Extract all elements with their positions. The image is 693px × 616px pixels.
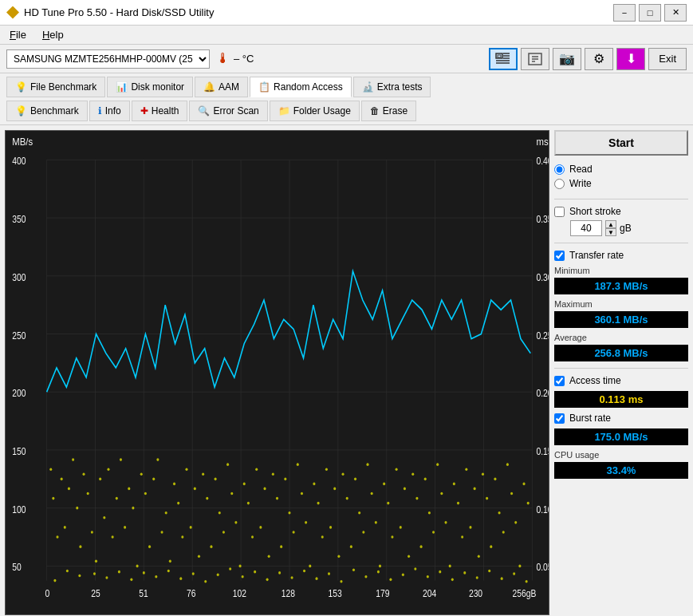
svg-point-139: [371, 492, 373, 496]
svg-point-174: [514, 521, 517, 524]
maximize-button[interactable]: □: [639, 4, 661, 22]
svg-point-156: [440, 492, 443, 496]
stroke-down-btn[interactable]: ▼: [605, 228, 616, 236]
tab-folder-usage[interactable]: 📁 Folder Usage: [270, 101, 360, 121]
app-icon: [6, 6, 19, 19]
svg-point-158: [449, 565, 451, 568]
svg-point-94: [185, 468, 187, 471]
svg-point-123: [305, 521, 307, 524]
menu-help[interactable]: Help: [39, 27, 67, 42]
svg-point-153: [428, 511, 431, 515]
svg-point-216: [526, 580, 528, 583]
write-radio[interactable]: [554, 179, 565, 189]
tab-error-scan[interactable]: 🔍 Error Scan: [189, 101, 267, 121]
svg-text:25: 25: [91, 588, 100, 598]
minimize-button[interactable]: −: [613, 4, 636, 22]
menu-file[interactable]: File: [6, 27, 30, 42]
svg-point-86: [152, 478, 155, 481]
svg-point-184: [130, 578, 132, 582]
svg-text:0.10: 0.10: [537, 504, 549, 515]
svg-point-211: [463, 571, 466, 575]
tab-health[interactable]: ✚ Health: [132, 101, 188, 121]
read-radio-item[interactable]: Read: [554, 164, 688, 175]
device-select[interactable]: SAMSUNG MZMTE256HMHP-000MV (25: [6, 49, 210, 69]
burst-rate-stat: 175.0 MB/s: [554, 428, 688, 445]
transfer-rate-item[interactable]: Transfer rate: [554, 250, 688, 261]
write-label: Write: [569, 178, 592, 189]
svg-point-126: [317, 502, 320, 505]
tab-benchmark[interactable]: 💡 Benchmark: [6, 101, 88, 121]
stroke-up-btn[interactable]: ▲: [605, 220, 616, 228]
svg-point-172: [506, 463, 509, 466]
svg-point-75: [107, 468, 109, 471]
transfer-rate-checkbox[interactable]: [554, 251, 565, 261]
svg-text:179: 179: [376, 588, 389, 598]
svg-point-77: [116, 497, 118, 500]
access-time-checkbox[interactable]: [554, 376, 565, 386]
svg-point-168: [490, 545, 492, 548]
svg-point-181: [93, 572, 96, 575]
svg-point-194: [254, 571, 256, 574]
svg-point-115: [272, 472, 274, 476]
svg-point-125: [313, 483, 315, 486]
svg-point-197: [291, 576, 293, 579]
tab-aam-label: AAM: [219, 81, 239, 93]
maximum-value: 360.1 MB/s: [554, 311, 688, 328]
svg-point-164: [474, 488, 476, 491]
tab-info[interactable]: ℹ Info: [89, 101, 130, 121]
svg-point-146: [400, 526, 402, 529]
minimum-value: 187.3 MB/s: [554, 278, 688, 294]
access-time-stat: 0.113 ms: [554, 391, 688, 408]
write-radio-item[interactable]: Write: [554, 178, 688, 189]
svg-point-205: [389, 578, 392, 582]
info-icon-btn[interactable]: [521, 48, 549, 70]
close-button[interactable]: ✕: [664, 4, 687, 22]
svg-point-79: [124, 526, 126, 529]
svg-text:102: 102: [233, 588, 246, 598]
svg-text:256gB: 256gB: [513, 588, 537, 598]
tab-random-access[interactable]: 📋 Random Access: [250, 77, 352, 97]
svg-point-185: [143, 571, 145, 575]
start-button[interactable]: Start: [554, 130, 688, 156]
read-radio[interactable]: [554, 164, 565, 175]
tab-erase[interactable]: 🗑 Erase: [361, 101, 416, 121]
svg-point-127: [321, 535, 324, 539]
svg-point-113: [263, 488, 266, 491]
benchmark-icon-btn[interactable]: [489, 48, 518, 70]
tab-aam[interactable]: 🔔 AAM: [195, 77, 248, 97]
exit-button[interactable]: Exit: [648, 48, 687, 70]
svg-point-201: [340, 580, 342, 583]
svg-point-66: [72, 458, 74, 461]
svg-point-63: [61, 478, 63, 481]
burst-rate-item[interactable]: Burst rate: [554, 413, 688, 424]
svg-point-72: [95, 560, 97, 563]
svg-text:128: 128: [282, 588, 295, 598]
burst-rate-checkbox[interactable]: [554, 413, 565, 424]
screenshot-icon-btn[interactable]: 📷: [553, 48, 581, 70]
tab-extra-tests[interactable]: 🔬 Extra tests: [353, 77, 431, 97]
svg-point-212: [476, 576, 478, 579]
svg-point-182: [105, 576, 108, 579]
svg-point-114: [268, 555, 270, 558]
svg-point-149: [411, 472, 414, 476]
svg-text:MB/s: MB/s: [12, 136, 33, 148]
access-time-label: Access time: [569, 375, 621, 386]
svg-point-188: [179, 577, 182, 580]
tab-file-benchmark[interactable]: 💡 File Benchmark: [6, 77, 105, 97]
svg-point-206: [402, 573, 404, 576]
device-bar: SAMSUNG MZMTE256HMHP-000MV (25 🌡 – °C 📷 …: [0, 45, 693, 73]
access-time-item[interactable]: Access time: [554, 375, 688, 386]
settings-icon-btn[interactable]: ⚙: [585, 48, 613, 70]
download-icon-btn[interactable]: ⬇: [616, 48, 645, 70]
svg-point-84: [144, 492, 147, 496]
tab-disk-monitor[interactable]: 📊 Disk monitor: [107, 77, 193, 97]
short-stroke-item[interactable]: Short stroke: [554, 206, 688, 217]
title-bar-controls: − □ ✕: [613, 4, 687, 22]
short-stroke-checkbox[interactable]: [554, 207, 565, 217]
svg-point-109: [247, 502, 250, 505]
file-benchmark-icon: 💡: [15, 81, 27, 93]
tab-disk-monitor-label: Disk monitor: [131, 81, 184, 93]
stroke-input[interactable]: [570, 220, 602, 236]
svg-point-64: [64, 526, 66, 529]
svg-point-101: [215, 478, 217, 481]
